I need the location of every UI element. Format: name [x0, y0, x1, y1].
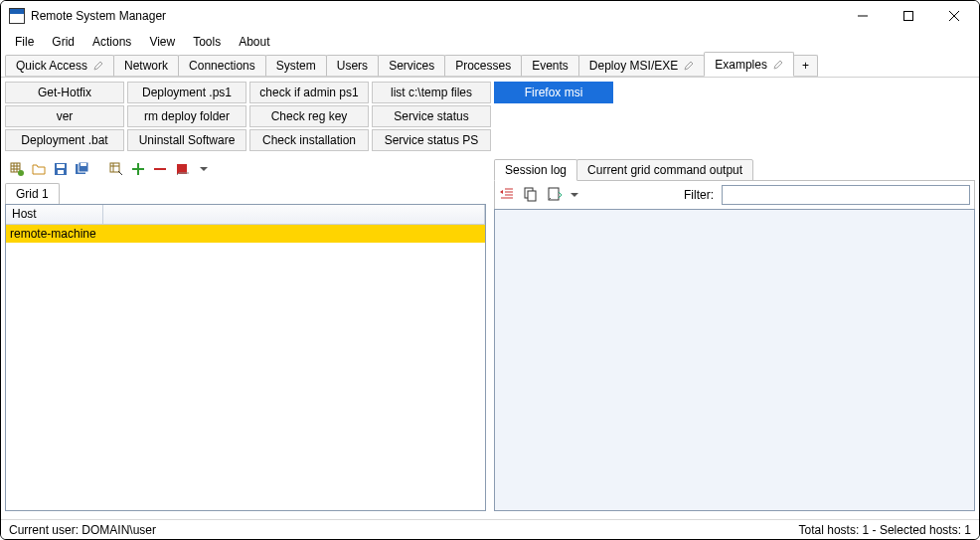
svg-rect-12: [58, 170, 64, 174]
tab-system[interactable]: System: [265, 55, 327, 77]
main-tab-bar: Quick AccessNetworkConnectionsSystemUser…: [1, 53, 979, 78]
output-panel: Session logCurrent grid command output F…: [494, 159, 975, 511]
svg-rect-1: [904, 12, 913, 21]
menu-bar: FileGridActionsViewToolsAbout: [1, 31, 979, 53]
output-tab-current-grid-command-output[interactable]: Current grid command output: [576, 159, 753, 181]
tab-services[interactable]: Services: [378, 55, 445, 77]
copy-icon[interactable]: [523, 186, 539, 205]
cmd-ver[interactable]: ver: [5, 105, 124, 127]
command-button-panel: Get-HotfixDeployment .ps1check if admin …: [1, 78, 979, 153]
add-tab-button[interactable]: +: [793, 55, 818, 77]
svg-point-9: [18, 170, 24, 176]
save-all-icon[interactable]: [75, 161, 90, 177]
table-row[interactable]: remote-machine: [6, 225, 485, 243]
tab-deploy-msi-exe[interactable]: Deploy MSI/EXE: [578, 55, 705, 77]
cmd-firefox-msi[interactable]: Firefox msi: [494, 82, 613, 103]
grid-header-row: Host: [6, 205, 485, 225]
tab-label: Users: [337, 59, 368, 73]
grid-open-icon[interactable]: [31, 161, 47, 177]
svg-rect-11: [57, 164, 65, 168]
grid-panel: Grid 1 Host remote-machine: [5, 159, 486, 511]
close-button[interactable]: [931, 1, 977, 31]
tab-label: Events: [532, 59, 569, 73]
status-host-count: Total hosts: 1 - Selected hosts: 1: [799, 523, 971, 537]
menu-file[interactable]: File: [7, 33, 42, 51]
column-header-host[interactable]: Host: [6, 205, 103, 224]
tab-quick-access[interactable]: Quick Access: [5, 55, 114, 77]
cmd-service-status[interactable]: Service status: [372, 105, 491, 127]
cmd-rm-deploy-folder[interactable]: rm deploy folder: [127, 105, 246, 127]
app-icon: [9, 8, 25, 24]
menu-tools[interactable]: Tools: [185, 33, 229, 51]
svg-rect-15: [81, 163, 86, 166]
tab-label: Services: [389, 59, 434, 73]
minimize-button[interactable]: [840, 1, 886, 31]
svg-rect-16: [110, 163, 119, 172]
cmd-service-status-ps[interactable]: Service status PS: [372, 129, 491, 151]
menu-view[interactable]: View: [141, 33, 183, 51]
status-bar: Current user: DOMAIN\user Total hosts: 1…: [1, 519, 979, 539]
svg-rect-4: [11, 163, 20, 172]
host-grid: Host remote-machine: [5, 204, 486, 511]
svg-rect-28: [528, 191, 536, 201]
tab-label: System: [276, 59, 316, 73]
filter-input[interactable]: [722, 185, 970, 205]
tab-label: Network: [124, 59, 168, 73]
grid-tab[interactable]: Grid 1: [5, 183, 60, 205]
cmd-deployment-bat[interactable]: Deployment .bat: [5, 129, 124, 151]
session-log-output[interactable]: [494, 209, 975, 511]
window-title: Remote System Manager: [31, 9, 840, 23]
export-dropdown-icon[interactable]: [571, 188, 578, 202]
tab-network[interactable]: Network: [113, 55, 179, 77]
tab-examples[interactable]: Examples: [704, 52, 794, 77]
cmd-get-hotfix[interactable]: Get-Hotfix: [5, 82, 124, 103]
tab-users[interactable]: Users: [326, 55, 379, 77]
tab-processes[interactable]: Processes: [444, 55, 522, 77]
stop-icon[interactable]: [174, 161, 190, 177]
menu-about[interactable]: About: [231, 33, 277, 51]
tab-label: Examples: [715, 58, 767, 72]
tab-connections[interactable]: Connections: [178, 55, 266, 77]
menu-grid[interactable]: Grid: [44, 33, 82, 51]
cmd-list-c-temp-files[interactable]: list c:\temp files: [372, 82, 491, 103]
remove-row-icon[interactable]: [152, 161, 168, 177]
add-row-icon[interactable]: [130, 161, 146, 177]
grid-toolbar: [5, 159, 486, 183]
cmd-check-if-admin-ps1[interactable]: check if admin ps1: [249, 82, 369, 103]
title-bar: Remote System Manager: [1, 1, 979, 31]
column-header-empty: [103, 205, 485, 224]
tab-label: Quick Access: [16, 59, 87, 73]
grid-add-icon[interactable]: [9, 161, 25, 177]
cmd-deployment-ps1[interactable]: Deployment .ps1: [127, 82, 246, 103]
tab-label: Deploy MSI/EXE: [589, 59, 678, 73]
output-toolbar: Filter:: [494, 180, 975, 209]
grid-fields-icon[interactable]: [108, 161, 124, 177]
cmd-uninstall-software[interactable]: Uninstall Software: [127, 129, 246, 151]
status-current-user: Current user: DOMAIN\user: [9, 523, 156, 537]
save-icon[interactable]: [53, 161, 69, 177]
tab-label: Processes: [455, 59, 511, 73]
outdent-icon[interactable]: [499, 186, 515, 205]
cmd-check-reg-key[interactable]: Check reg key: [249, 105, 369, 127]
export-icon[interactable]: [547, 186, 563, 205]
tab-label: Connections: [189, 59, 255, 73]
menu-actions[interactable]: Actions: [84, 33, 139, 51]
output-tab-session-log[interactable]: Session log: [494, 159, 577, 181]
maximize-button[interactable]: [886, 1, 931, 31]
cmd-check-installation[interactable]: Check installation: [249, 129, 369, 151]
filter-label: Filter:: [684, 188, 714, 202]
dropdown-icon[interactable]: [196, 161, 212, 177]
tab-events[interactable]: Events: [521, 55, 579, 77]
